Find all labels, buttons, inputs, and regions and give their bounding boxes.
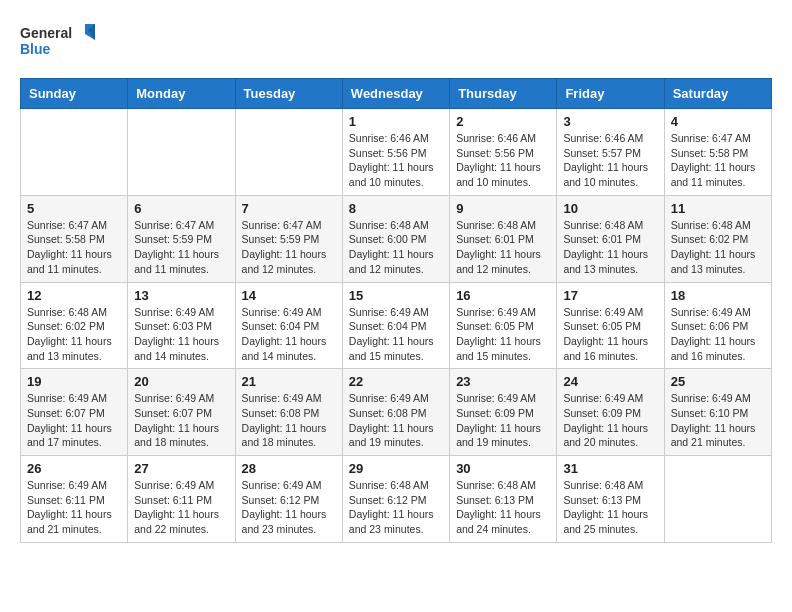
day-info: Sunrise: 6:49 AM Sunset: 6:06 PM Dayligh… xyxy=(671,305,765,364)
calendar-cell xyxy=(235,109,342,196)
day-number: 20 xyxy=(134,374,228,389)
calendar-cell: 17Sunrise: 6:49 AM Sunset: 6:05 PM Dayli… xyxy=(557,282,664,369)
day-of-week-header: Monday xyxy=(128,79,235,109)
day-number: 12 xyxy=(27,288,121,303)
day-info: Sunrise: 6:49 AM Sunset: 6:09 PM Dayligh… xyxy=(456,391,550,450)
day-number: 10 xyxy=(563,201,657,216)
calendar-cell: 11Sunrise: 6:48 AM Sunset: 6:02 PM Dayli… xyxy=(664,195,771,282)
day-number: 2 xyxy=(456,114,550,129)
calendar-table: SundayMondayTuesdayWednesdayThursdayFrid… xyxy=(20,78,772,543)
calendar-cell: 10Sunrise: 6:48 AM Sunset: 6:01 PM Dayli… xyxy=(557,195,664,282)
day-number: 9 xyxy=(456,201,550,216)
calendar-cell: 20Sunrise: 6:49 AM Sunset: 6:07 PM Dayli… xyxy=(128,369,235,456)
day-number: 26 xyxy=(27,461,121,476)
calendar-cell: 4Sunrise: 6:47 AM Sunset: 5:58 PM Daylig… xyxy=(664,109,771,196)
day-info: Sunrise: 6:46 AM Sunset: 5:56 PM Dayligh… xyxy=(349,131,443,190)
day-number: 1 xyxy=(349,114,443,129)
day-info: Sunrise: 6:48 AM Sunset: 6:13 PM Dayligh… xyxy=(563,478,657,537)
day-number: 28 xyxy=(242,461,336,476)
calendar-cell: 13Sunrise: 6:49 AM Sunset: 6:03 PM Dayli… xyxy=(128,282,235,369)
day-number: 15 xyxy=(349,288,443,303)
calendar-week-row: 19Sunrise: 6:49 AM Sunset: 6:07 PM Dayli… xyxy=(21,369,772,456)
calendar-cell: 8Sunrise: 6:48 AM Sunset: 6:00 PM Daylig… xyxy=(342,195,449,282)
day-number: 23 xyxy=(456,374,550,389)
calendar-cell: 29Sunrise: 6:48 AM Sunset: 6:12 PM Dayli… xyxy=(342,456,449,543)
day-number: 24 xyxy=(563,374,657,389)
day-of-week-header: Friday xyxy=(557,79,664,109)
calendar-cell: 6Sunrise: 6:47 AM Sunset: 5:59 PM Daylig… xyxy=(128,195,235,282)
day-of-week-header: Tuesday xyxy=(235,79,342,109)
calendar-cell: 5Sunrise: 6:47 AM Sunset: 5:58 PM Daylig… xyxy=(21,195,128,282)
calendar-cell: 31Sunrise: 6:48 AM Sunset: 6:13 PM Dayli… xyxy=(557,456,664,543)
day-info: Sunrise: 6:47 AM Sunset: 5:59 PM Dayligh… xyxy=(134,218,228,277)
calendar-cell: 28Sunrise: 6:49 AM Sunset: 6:12 PM Dayli… xyxy=(235,456,342,543)
calendar-header-row: SundayMondayTuesdayWednesdayThursdayFrid… xyxy=(21,79,772,109)
day-number: 14 xyxy=(242,288,336,303)
day-info: Sunrise: 6:49 AM Sunset: 6:07 PM Dayligh… xyxy=(27,391,121,450)
day-info: Sunrise: 6:49 AM Sunset: 6:12 PM Dayligh… xyxy=(242,478,336,537)
page-header: General Blue xyxy=(20,20,772,62)
calendar-cell xyxy=(664,456,771,543)
day-info: Sunrise: 6:46 AM Sunset: 5:56 PM Dayligh… xyxy=(456,131,550,190)
day-info: Sunrise: 6:49 AM Sunset: 6:08 PM Dayligh… xyxy=(242,391,336,450)
day-info: Sunrise: 6:48 AM Sunset: 6:02 PM Dayligh… xyxy=(27,305,121,364)
day-info: Sunrise: 6:47 AM Sunset: 5:58 PM Dayligh… xyxy=(671,131,765,190)
day-info: Sunrise: 6:47 AM Sunset: 5:58 PM Dayligh… xyxy=(27,218,121,277)
calendar-cell: 18Sunrise: 6:49 AM Sunset: 6:06 PM Dayli… xyxy=(664,282,771,369)
calendar-cell: 7Sunrise: 6:47 AM Sunset: 5:59 PM Daylig… xyxy=(235,195,342,282)
day-info: Sunrise: 6:49 AM Sunset: 6:05 PM Dayligh… xyxy=(456,305,550,364)
day-number: 30 xyxy=(456,461,550,476)
calendar-cell: 24Sunrise: 6:49 AM Sunset: 6:09 PM Dayli… xyxy=(557,369,664,456)
day-info: Sunrise: 6:49 AM Sunset: 6:03 PM Dayligh… xyxy=(134,305,228,364)
day-number: 16 xyxy=(456,288,550,303)
day-number: 8 xyxy=(349,201,443,216)
calendar-week-row: 5Sunrise: 6:47 AM Sunset: 5:58 PM Daylig… xyxy=(21,195,772,282)
day-of-week-header: Sunday xyxy=(21,79,128,109)
day-number: 3 xyxy=(563,114,657,129)
day-info: Sunrise: 6:46 AM Sunset: 5:57 PM Dayligh… xyxy=(563,131,657,190)
calendar-cell: 15Sunrise: 6:49 AM Sunset: 6:04 PM Dayli… xyxy=(342,282,449,369)
logo: General Blue xyxy=(20,20,100,62)
day-number: 11 xyxy=(671,201,765,216)
day-number: 17 xyxy=(563,288,657,303)
calendar-body: 1Sunrise: 6:46 AM Sunset: 5:56 PM Daylig… xyxy=(21,109,772,543)
day-number: 5 xyxy=(27,201,121,216)
day-info: Sunrise: 6:49 AM Sunset: 6:04 PM Dayligh… xyxy=(242,305,336,364)
day-number: 18 xyxy=(671,288,765,303)
day-number: 29 xyxy=(349,461,443,476)
day-info: Sunrise: 6:48 AM Sunset: 6:01 PM Dayligh… xyxy=(563,218,657,277)
day-info: Sunrise: 6:49 AM Sunset: 6:05 PM Dayligh… xyxy=(563,305,657,364)
day-number: 27 xyxy=(134,461,228,476)
day-number: 4 xyxy=(671,114,765,129)
day-info: Sunrise: 6:49 AM Sunset: 6:10 PM Dayligh… xyxy=(671,391,765,450)
day-number: 25 xyxy=(671,374,765,389)
calendar-week-row: 1Sunrise: 6:46 AM Sunset: 5:56 PM Daylig… xyxy=(21,109,772,196)
day-info: Sunrise: 6:49 AM Sunset: 6:08 PM Dayligh… xyxy=(349,391,443,450)
calendar-cell xyxy=(128,109,235,196)
day-info: Sunrise: 6:48 AM Sunset: 6:12 PM Dayligh… xyxy=(349,478,443,537)
day-info: Sunrise: 6:48 AM Sunset: 6:13 PM Dayligh… xyxy=(456,478,550,537)
calendar-cell: 19Sunrise: 6:49 AM Sunset: 6:07 PM Dayli… xyxy=(21,369,128,456)
day-number: 31 xyxy=(563,461,657,476)
day-of-week-header: Wednesday xyxy=(342,79,449,109)
calendar-cell: 1Sunrise: 6:46 AM Sunset: 5:56 PM Daylig… xyxy=(342,109,449,196)
calendar-cell: 23Sunrise: 6:49 AM Sunset: 6:09 PM Dayli… xyxy=(450,369,557,456)
day-info: Sunrise: 6:49 AM Sunset: 6:07 PM Dayligh… xyxy=(134,391,228,450)
calendar-cell: 30Sunrise: 6:48 AM Sunset: 6:13 PM Dayli… xyxy=(450,456,557,543)
calendar-cell: 22Sunrise: 6:49 AM Sunset: 6:08 PM Dayli… xyxy=(342,369,449,456)
svg-text:General: General xyxy=(20,25,72,41)
day-info: Sunrise: 6:49 AM Sunset: 6:04 PM Dayligh… xyxy=(349,305,443,364)
calendar-cell: 14Sunrise: 6:49 AM Sunset: 6:04 PM Dayli… xyxy=(235,282,342,369)
day-info: Sunrise: 6:49 AM Sunset: 6:09 PM Dayligh… xyxy=(563,391,657,450)
day-info: Sunrise: 6:47 AM Sunset: 5:59 PM Dayligh… xyxy=(242,218,336,277)
calendar-cell: 9Sunrise: 6:48 AM Sunset: 6:01 PM Daylig… xyxy=(450,195,557,282)
day-number: 6 xyxy=(134,201,228,216)
calendar-cell: 27Sunrise: 6:49 AM Sunset: 6:11 PM Dayli… xyxy=(128,456,235,543)
calendar-cell: 2Sunrise: 6:46 AM Sunset: 5:56 PM Daylig… xyxy=(450,109,557,196)
calendar-cell: 12Sunrise: 6:48 AM Sunset: 6:02 PM Dayli… xyxy=(21,282,128,369)
calendar-cell: 21Sunrise: 6:49 AM Sunset: 6:08 PM Dayli… xyxy=(235,369,342,456)
day-number: 22 xyxy=(349,374,443,389)
logo-svg: General Blue xyxy=(20,20,100,62)
calendar-cell xyxy=(21,109,128,196)
day-info: Sunrise: 6:49 AM Sunset: 6:11 PM Dayligh… xyxy=(27,478,121,537)
